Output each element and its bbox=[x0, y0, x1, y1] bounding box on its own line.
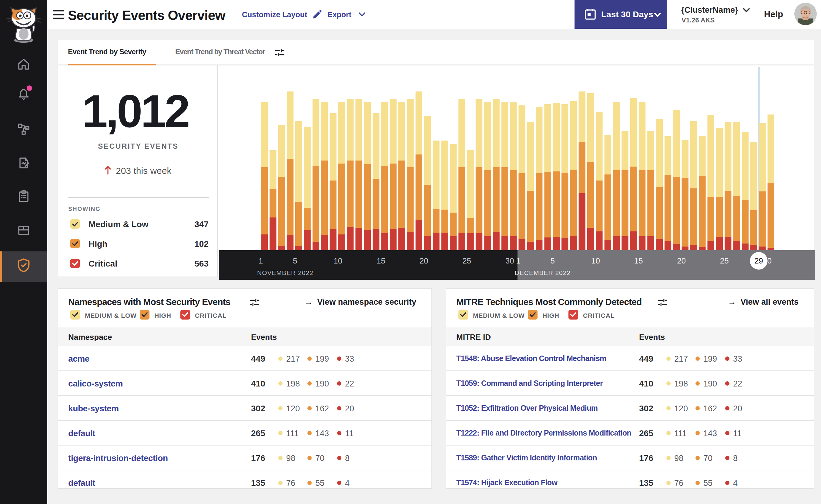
svg-text:10: 10 bbox=[591, 256, 600, 265]
svg-text:25: 25 bbox=[720, 256, 729, 265]
svg-text:15: 15 bbox=[377, 256, 385, 265]
svg-text:1: 1 bbox=[259, 256, 263, 265]
svg-text:5: 5 bbox=[550, 256, 555, 265]
svg-text:29: 29 bbox=[754, 256, 763, 265]
svg-text:20: 20 bbox=[677, 256, 686, 265]
svg-text:DECEMBER 2022: DECEMBER 2022 bbox=[515, 269, 571, 276]
svg-text:25: 25 bbox=[462, 256, 471, 265]
svg-text:15: 15 bbox=[634, 256, 643, 265]
svg-text:5: 5 bbox=[293, 256, 297, 265]
svg-text:1: 1 bbox=[516, 256, 520, 265]
svg-text:30: 30 bbox=[505, 256, 514, 265]
svg-text:20: 20 bbox=[420, 256, 428, 265]
svg-text:10: 10 bbox=[334, 256, 342, 265]
svg-text:NOVEMBER 2022: NOVEMBER 2022 bbox=[257, 269, 314, 276]
